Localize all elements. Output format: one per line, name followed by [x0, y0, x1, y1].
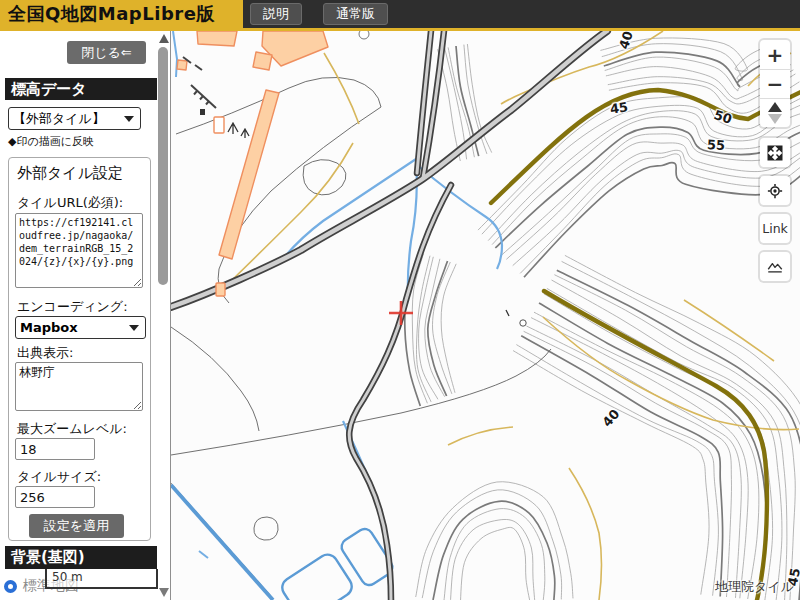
- apply-settings-button[interactable]: 設定を適用: [29, 514, 124, 538]
- terrain-profile-icon: [766, 256, 784, 278]
- background-section-header: 背景(基図): [5, 546, 157, 569]
- map-attribution: 地理院タイル: [715, 578, 794, 596]
- link-button[interactable]: Link: [760, 214, 790, 243]
- map-graphics: [171, 31, 800, 600]
- geolocate-control: [760, 176, 790, 205]
- geolocate-button[interactable]: [760, 176, 790, 205]
- map-scale-bar: 50 m: [45, 569, 158, 589]
- fullscreen-icon: [766, 142, 784, 164]
- tilesize-input[interactable]: [15, 486, 95, 508]
- scroll-up-icon[interactable]: [159, 34, 169, 43]
- tile-url-input[interactable]: https://cf192141.cloudfree.jp/nagaoka/de…: [15, 213, 143, 288]
- app-title-block: 全国Q地図MapLibre版: [0, 0, 243, 28]
- attribution-input[interactable]: 林野庁: [15, 362, 143, 411]
- help-button[interactable]: 説明: [250, 3, 302, 25]
- zoom-in-button[interactable]: +: [760, 40, 790, 69]
- normal-version-button[interactable]: 通常版: [323, 3, 388, 25]
- minus-icon: −: [767, 74, 784, 94]
- tilesize-label: タイルサイズ:: [17, 468, 101, 486]
- external-tile-settings-panel: 外部タイル設定 タイルURL(必須): https://cf192141.clo…: [8, 157, 151, 541]
- scroll-down-icon[interactable]: [159, 588, 169, 597]
- fullscreen-control: [760, 138, 790, 167]
- encoding-label: エンコーディング:: [17, 298, 128, 316]
- encoding-select[interactable]: Mapbox: [15, 316, 146, 339]
- fullscreen-button[interactable]: [760, 138, 790, 167]
- sidebar-close-button[interactable]: 閉じる⇐: [67, 41, 146, 64]
- pitch-toggle-button[interactable]: [760, 98, 790, 127]
- tile-settings-title: 外部タイル設定: [17, 164, 123, 183]
- link-button-label: Link: [762, 221, 788, 236]
- elevation-section-header: 標高データ: [5, 78, 157, 100]
- terrain-profile-button[interactable]: [760, 252, 790, 281]
- zoom-control-group: + −: [760, 40, 790, 127]
- geolocate-icon: [766, 180, 784, 202]
- tile-url-label: タイルURL(必須):: [17, 194, 123, 212]
- app-title: 全国Q地図MapLibre版: [8, 2, 215, 26]
- maxzoom-input[interactable]: [15, 438, 95, 460]
- link-control: Link: [760, 214, 790, 243]
- zoom-out-button[interactable]: −: [760, 69, 790, 98]
- pitch-toggle-icon: [768, 102, 782, 124]
- plus-icon: +: [767, 45, 784, 65]
- attribution-label: 出典表示:: [17, 344, 73, 362]
- maxzoom-label: 最大ズームレベル:: [17, 420, 127, 438]
- elevation-source-select[interactable]: 【外部タイル】: [8, 107, 141, 130]
- app-window: 全国Q地図MapLibre版 説明 通常版 閉じる⇐ 標高データ 【外部タイル】…: [0, 0, 800, 600]
- sidebar: 閉じる⇐ 標高データ 【外部タイル】 ◆印の描画に反映 外部タイル設定 タイルU…: [0, 31, 170, 600]
- elevation-note: ◆印の描画に反映: [8, 134, 94, 149]
- app-header: 全国Q地図MapLibre版 説明 通常版: [0, 0, 800, 31]
- scale-label: 50 m: [47, 569, 156, 586]
- map-canvas[interactable]: 404550554045 + −: [170, 31, 800, 600]
- terrain-profile-control: [760, 252, 790, 281]
- sidebar-scrollbar-thumb[interactable]: [158, 47, 168, 285]
- standard-map-radio[interactable]: [4, 580, 17, 593]
